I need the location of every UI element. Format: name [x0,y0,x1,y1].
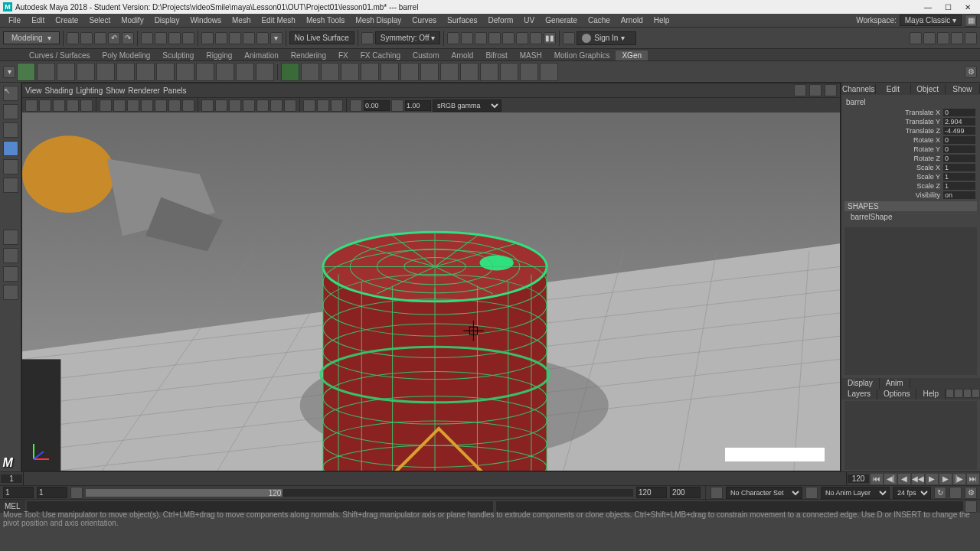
select-mode-icon[interactable] [141,32,153,44]
shelf-icon-13[interactable] [256,63,274,81]
menu-deform[interactable]: Deform [483,15,519,26]
panel-icon-3[interactable] [825,84,837,96]
menu-generate[interactable]: Generate [540,15,583,26]
attribute-editor-toggle-icon[interactable] [937,32,949,44]
sidebar-toggle-icon[interactable]: ▦ [965,15,977,27]
shelf-icon-16[interactable] [321,63,339,81]
go-start-icon[interactable]: ⏮ [871,474,883,484]
tab-rendering[interactable]: Rendering [285,51,332,60]
sy-field[interactable]: 1 [943,173,975,181]
shelf-icon-5[interactable] [96,63,115,81]
2d-pan-icon[interactable] [67,99,79,112]
snap-plane-icon[interactable] [243,32,255,44]
gamma-field[interactable] [405,100,431,111]
menu-meshdisplay[interactable]: Mesh Display [350,15,407,26]
range-start-field-2[interactable] [37,487,67,498]
paint-select-icon[interactable] [168,32,181,44]
range-end-field[interactable] [636,487,667,498]
paint-tool-icon[interactable] [3,122,18,138]
exposure-icon[interactable] [350,99,362,112]
shelf-icon-18[interactable] [361,63,379,81]
tab-curves[interactable]: Curves / Surfaces [23,51,96,60]
step-forward-icon[interactable]: ▶ [939,474,952,484]
ctab-object[interactable]: Object [911,84,946,94]
camera-bookmark-icon[interactable] [39,99,51,112]
ltab-display[interactable]: Display [841,378,880,389]
shelf-icon-8[interactable] [156,63,175,81]
rx-field[interactable]: 0 [943,136,975,144]
workspace-selector[interactable]: Maya Classic ▾ [900,15,962,26]
ry-field[interactable]: 0 [943,145,975,153]
layout-single-icon[interactable] [3,230,18,245]
shelf-icon-25[interactable] [500,63,518,81]
panel-menu-lighting[interactable]: Lighting [76,86,103,95]
tab-motiongraphics[interactable]: Motion Graphics [548,51,616,60]
tab-animation[interactable]: Animation [238,51,284,60]
menu-mesh[interactable]: Mesh [227,15,256,26]
snap-grid-icon[interactable] [201,32,214,44]
menu-surfaces[interactable]: Surfaces [442,15,482,26]
menu-select[interactable]: Select [83,15,116,26]
tab-xgen[interactable]: XGen [616,51,648,60]
maximize-button[interactable]: ☐ [939,2,957,12]
menu-display[interactable]: Display [149,15,185,26]
timeline-start[interactable]: 1 [1,474,22,483]
layer-icon-1[interactable] [946,389,954,398]
camera-select-icon[interactable] [25,99,38,112]
panel-layout-icon[interactable] [563,32,575,44]
channelbox-toggle-icon[interactable] [923,32,936,44]
prefs-icon[interactable]: ⚙ [965,487,977,499]
autokey-icon[interactable] [949,487,962,499]
range-slider-track[interactable]: 120 [86,489,633,497]
modeling-toolkit-toggle-icon[interactable] [951,32,963,44]
rotate-tool-icon[interactable] [3,159,18,174]
field-chart-icon[interactable] [155,99,167,112]
minimize-button[interactable]: — [919,2,937,12]
render-icon[interactable] [461,32,473,44]
tab-rigging[interactable]: Rigging [200,51,238,60]
shelf-icon-24[interactable] [480,63,498,81]
grid-icon[interactable] [100,99,112,112]
menu-create[interactable]: Create [50,15,83,26]
charset-selector[interactable]: No Character Set [726,487,802,499]
safe-action-icon[interactable] [168,99,181,112]
shelf-icon-10[interactable] [196,63,214,81]
range-lock-icon[interactable] [70,487,83,499]
snap-toggle-icon[interactable]: ▾ [270,32,283,44]
panel-menu-view[interactable]: View [25,86,42,95]
range-total-field[interactable] [670,487,701,498]
layout-two-icon[interactable] [3,266,18,282]
layout-outliner-icon[interactable] [3,285,18,300]
timeline-end[interactable]: 120 [848,474,869,483]
lights-icon[interactable] [243,99,255,112]
hypershade-icon[interactable] [502,32,514,44]
layer-icon-2[interactable] [954,389,962,398]
shelf-options-icon[interactable]: ⚙ [965,66,977,78]
menu-editmesh[interactable]: Edit Mesh [256,15,300,26]
menu-curves[interactable]: Curves [407,15,442,26]
step-back-icon[interactable]: ◀ [898,474,910,484]
menu-windows[interactable]: Windows [185,15,227,26]
xray-icon[interactable] [317,99,329,112]
select-all-icon[interactable] [182,32,194,44]
ipr-icon[interactable] [475,32,487,44]
panel-menu-shading[interactable]: Shading [45,86,74,95]
ctab-edit[interactable]: Edit [876,84,910,94]
shelf-icon-12[interactable] [236,63,254,81]
lasso-icon[interactable] [155,32,167,44]
tab-mash[interactable]: MASH [514,51,548,60]
shelf-icon-2[interactable] [37,63,55,81]
shelf-icon-14[interactable] [281,63,299,81]
redo-icon[interactable]: ↷ [122,32,134,44]
panel-menu-panels[interactable]: Panels [163,86,187,95]
layer-icon-3[interactable] [963,389,972,398]
wireframe-icon[interactable] [201,99,214,112]
step-forward-key-icon[interactable]: |▶ [953,474,965,484]
range-start-field[interactable] [3,487,34,498]
shelf-menu-icon[interactable]: ▾ [3,66,15,78]
ltab-options[interactable]: Options [877,389,916,399]
shaded-icon[interactable] [215,99,227,112]
step-back-key-icon[interactable]: ◀| [884,474,897,484]
menu-file[interactable]: File [3,15,26,26]
render-settings-icon[interactable] [488,32,501,44]
